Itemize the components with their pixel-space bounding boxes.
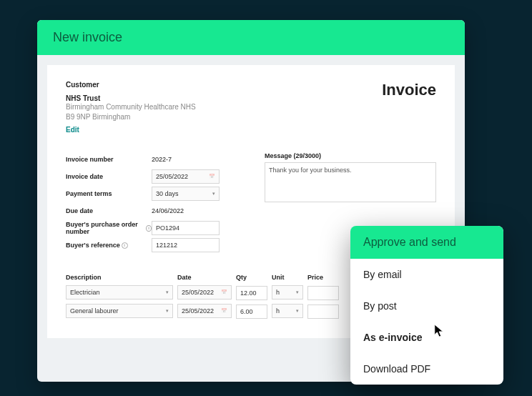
customer-name: NHS Trust — [66, 94, 196, 102]
line-date-input[interactable]: 25/05/2022 — [177, 285, 232, 300]
buyer-ref-input[interactable] — [152, 238, 220, 252]
customer-line2: Birmingham Community Healthcare NHS — [66, 102, 196, 112]
window-title: New invoice — [53, 30, 449, 45]
invoice-heading: Invoice — [382, 81, 436, 135]
customer-line3: B9 9NP Birmingham — [66, 112, 196, 122]
invoice-number-label: Invoice number — [66, 156, 152, 163]
edit-customer-link[interactable]: Edit — [66, 126, 79, 134]
line-unit-select[interactable]: h — [272, 285, 303, 300]
col-date: Date — [177, 274, 232, 281]
customer-section-label: Customer — [66, 81, 196, 89]
col-qty: Qty — [236, 274, 267, 281]
payment-terms-label: Payment terms — [66, 190, 152, 197]
line-date-input[interactable]: 25/05/2022 — [177, 304, 232, 318]
due-date-value: 24/06/2022 — [152, 207, 184, 214]
line-price-input[interactable] — [307, 286, 339, 300]
invoice-date-input[interactable]: 25/05/2022 — [152, 169, 220, 184]
po-number-input[interactable] — [152, 221, 220, 235]
col-description: Description — [66, 274, 173, 281]
line-description-select[interactable]: Electrician — [66, 285, 173, 300]
menu-title: Approve and send — [350, 226, 503, 259]
message-label: Message (29/3000) — [265, 152, 436, 159]
buyer-ref-label: Buyer's referencei — [66, 242, 152, 249]
menu-item-email[interactable]: By email — [350, 259, 503, 290]
payment-terms-select[interactable]: 30 days — [152, 187, 220, 201]
menu-item-download-pdf[interactable]: Download PDF — [350, 353, 503, 385]
info-icon[interactable]: i — [122, 242, 128, 249]
po-number-label: Buyer's purchase order numberi — [66, 221, 152, 235]
invoice-date-label: Invoice date — [66, 173, 152, 180]
customer-block: Customer NHS Trust Birmingham Community … — [66, 81, 196, 135]
line-qty-input[interactable] — [236, 305, 267, 319]
line-description-select[interactable]: General labourer — [66, 304, 173, 318]
line-price-input[interactable] — [307, 305, 339, 319]
window-titlebar: New invoice — [37, 20, 465, 55]
line-unit-select[interactable]: h — [272, 304, 303, 318]
message-textarea[interactable]: Thank you for your business. — [265, 162, 436, 202]
menu-item-einvoice[interactable]: As e-invoice — [350, 322, 503, 353]
info-icon[interactable]: i — [146, 225, 152, 232]
col-unit: Unit — [272, 274, 303, 281]
menu-item-post[interactable]: By post — [350, 290, 503, 322]
due-date-label: Due date — [66, 207, 152, 214]
col-price: Price — [307, 274, 339, 281]
line-qty-input[interactable] — [236, 286, 267, 300]
approve-send-menu: Approve and send By email By post As e-i… — [350, 226, 503, 385]
invoice-number-value: 2022-7 — [152, 156, 172, 163]
